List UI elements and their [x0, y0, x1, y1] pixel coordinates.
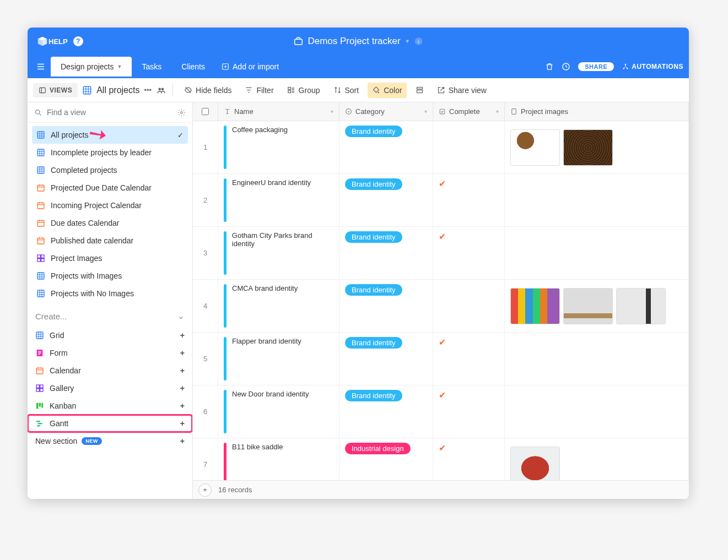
- svg-point-12: [378, 92, 380, 94]
- sidebar-view-item[interactable]: Projected Due Date Calendar: [32, 179, 188, 197]
- sidebar-view-item[interactable]: Projects with Images: [32, 267, 188, 285]
- sidebar-view-item[interactable]: Incoming Project Calendar: [32, 197, 188, 214]
- add-record-button[interactable]: +: [198, 483, 212, 497]
- col-header-name[interactable]: Name▾: [218, 102, 339, 121]
- table-row[interactable]: 1 Coffee packaging Brand identity: [193, 121, 689, 174]
- sidebar-view-item[interactable]: All projects✓: [32, 126, 188, 144]
- cell-images[interactable]: [505, 280, 689, 332]
- cell-images[interactable]: [505, 385, 689, 438]
- sidebar-view-item[interactable]: Completed projects: [32, 161, 188, 179]
- create-view-form[interactable]: Form+: [28, 344, 192, 362]
- cell-images[interactable]: [505, 121, 689, 173]
- cell-images[interactable]: [505, 438, 689, 480]
- category-tag[interactable]: Brand identity: [345, 178, 402, 190]
- history-icon[interactable]: [562, 62, 570, 71]
- gear-icon[interactable]: [177, 108, 186, 117]
- group-button[interactable]: Group: [283, 83, 325, 98]
- cell-complete[interactable]: ✔: [433, 227, 505, 279]
- create-view-kanban[interactable]: Kanban+: [28, 397, 192, 415]
- table-row[interactable]: 3 Gotham City Parks brand identity Brand…: [193, 227, 689, 280]
- category-tag[interactable]: Industrial design: [345, 443, 411, 454]
- col-header-images[interactable]: Project images: [505, 102, 689, 121]
- cell-images[interactable]: [505, 227, 689, 279]
- views-sidebar-toggle[interactable]: VIEWS: [33, 83, 78, 97]
- create-view-grid[interactable]: Grid+: [28, 327, 192, 344]
- create-view-gallery[interactable]: Gallery+: [28, 379, 192, 397]
- category-tag[interactable]: Brand identity: [345, 390, 402, 401]
- share-view-button[interactable]: Share view: [433, 83, 491, 98]
- add-or-import-button[interactable]: Add or import: [222, 62, 279, 71]
- cell-name[interactable]: B11 bike saddle: [232, 443, 283, 451]
- check-icon: ✔: [439, 443, 446, 453]
- table-tab[interactable]: Design projects▼: [51, 57, 132, 77]
- calendar-icon: [36, 236, 45, 245]
- table-row[interactable]: 2 EngineerU brand identity Brand identit…: [193, 174, 689, 227]
- row-height-button[interactable]: [411, 83, 428, 97]
- category-tag[interactable]: Brand identity: [345, 126, 402, 137]
- collaborators-icon[interactable]: [156, 85, 166, 95]
- table-row[interactable]: 4 CMCA brand identity Brand identity: [193, 280, 689, 333]
- hamburger-menu-icon[interactable]: [33, 59, 48, 74]
- select-all-checkbox[interactable]: [193, 102, 218, 121]
- category-tag[interactable]: Brand identity: [345, 284, 402, 296]
- cell-complete[interactable]: ✔: [433, 385, 505, 438]
- image-thumbnail[interactable]: [563, 129, 613, 166]
- table-row[interactable]: 6 New Door brand identity Brand identity…: [193, 385, 689, 438]
- workspace-title[interactable]: Demos Project tracker ▼: [293, 36, 423, 47]
- image-thumbnail[interactable]: [510, 447, 560, 481]
- share-icon: [437, 86, 445, 94]
- col-header-complete[interactable]: Complete▾: [433, 102, 505, 121]
- image-thumbnail[interactable]: [563, 288, 613, 324]
- category-tag[interactable]: Brand identity: [345, 231, 402, 243]
- view-menu-icon[interactable]: •••: [144, 86, 152, 94]
- cell-name[interactable]: Gotham City Parks brand identity: [232, 231, 333, 248]
- select-field-icon: [345, 108, 352, 115]
- table-tab[interactable]: Clients: [171, 57, 215, 77]
- cell-complete[interactable]: [433, 280, 505, 332]
- svg-rect-32: [36, 368, 43, 374]
- hide-fields-button[interactable]: Hide fields: [180, 83, 236, 98]
- cell-name[interactable]: CMCA brand identity: [232, 284, 298, 292]
- sort-button[interactable]: Sort: [329, 83, 364, 98]
- sidebar-view-item[interactable]: Due dates Calendar: [32, 214, 188, 232]
- image-thumbnail[interactable]: [616, 288, 666, 324]
- help-link[interactable]: HELP: [48, 37, 68, 46]
- table-row[interactable]: 7 B11 bike saddle Industrial design ✔: [193, 438, 689, 480]
- create-view-calendar[interactable]: Calendar+: [28, 362, 192, 379]
- image-thumbnail[interactable]: [510, 288, 560, 324]
- automations-button[interactable]: AUTOMATIONS: [622, 63, 683, 70]
- help-icon[interactable]: ?: [73, 36, 83, 46]
- create-view-gantt[interactable]: Gantt+: [28, 415, 192, 432]
- table-tab[interactable]: Tasks: [132, 57, 171, 77]
- cell-name[interactable]: Flapper brand identity: [232, 337, 301, 345]
- cell-images[interactable]: [505, 333, 689, 385]
- sidebar-view-item[interactable]: Incomplete projects by leader: [32, 144, 188, 161]
- sidebar-view-item[interactable]: Projects with No Images: [32, 285, 188, 302]
- image-thumbnail[interactable]: [510, 129, 560, 166]
- checkbox-field-icon: [439, 108, 446, 115]
- cell-name[interactable]: New Door brand identity: [232, 390, 309, 398]
- info-icon[interactable]: [414, 37, 423, 46]
- col-header-category[interactable]: Category▾: [339, 102, 433, 121]
- cell-complete[interactable]: ✔: [433, 333, 505, 385]
- cell-name[interactable]: Coffee packaging: [232, 126, 288, 134]
- current-view-button[interactable]: All projects: [82, 85, 139, 95]
- svg-rect-11: [288, 90, 290, 93]
- cell-complete[interactable]: ✔: [433, 438, 505, 480]
- create-section-header[interactable]: Create... ⌄: [28, 306, 192, 327]
- find-view-input[interactable]: [47, 108, 173, 117]
- category-tag[interactable]: Brand identity: [345, 337, 402, 349]
- cell-complete[interactable]: ✔: [433, 174, 505, 226]
- table-row[interactable]: 5 Flapper brand identity Brand identity …: [193, 333, 689, 385]
- cell-name[interactable]: EngineerU brand identity: [232, 178, 311, 187]
- sidebar-view-item[interactable]: Published date calendar: [32, 232, 188, 249]
- cell-complete[interactable]: [433, 121, 505, 173]
- cell-images[interactable]: [505, 174, 689, 226]
- new-section-button[interactable]: New section NEW +: [28, 432, 192, 450]
- filter-button[interactable]: Filter: [240, 83, 278, 98]
- form-icon: [35, 349, 44, 357]
- trash-icon[interactable]: [545, 62, 554, 71]
- color-button[interactable]: Color: [368, 83, 406, 98]
- sidebar-view-item[interactable]: Project Images: [32, 249, 188, 267]
- share-button[interactable]: SHARE: [578, 62, 614, 71]
